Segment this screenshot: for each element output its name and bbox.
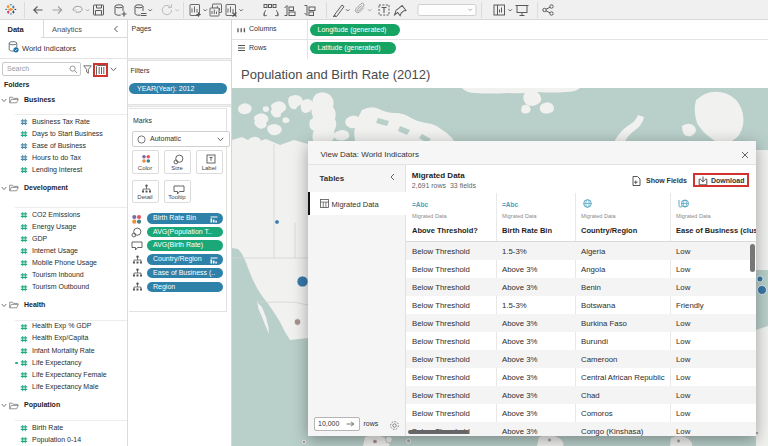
svg-text:=Abc: =Abc: [502, 201, 518, 208]
svg-text:=Abc: =Abc: [412, 201, 428, 208]
